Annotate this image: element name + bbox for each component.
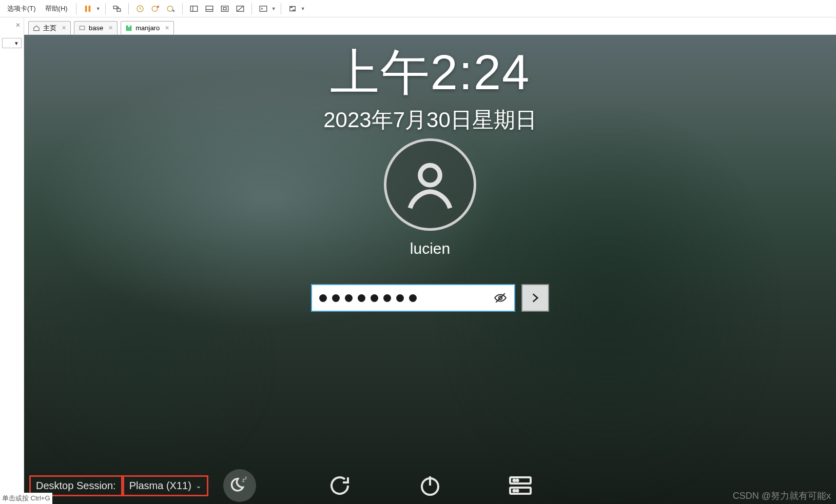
vm-icon — [79, 25, 86, 32]
svg-point-21 — [420, 165, 440, 185]
separator — [281, 3, 281, 14]
username-label: lucien — [410, 240, 450, 257]
tab-close-icon[interactable]: ✕ — [108, 25, 113, 31]
sidebar-panel: ✕ ▼ — [0, 17, 24, 504]
tab-close-icon[interactable]: ✕ — [165, 25, 169, 31]
svg-point-33 — [516, 490, 518, 491]
manjaro-icon — [125, 25, 132, 32]
svg-rect-12 — [223, 7, 226, 10]
svg-point-5 — [152, 6, 158, 11]
password-dot — [332, 294, 340, 302]
tab-label: manjaro — [135, 24, 160, 32]
fullscreen-icon[interactable] — [219, 3, 231, 15]
layout-bottombar-icon[interactable] — [203, 3, 216, 15]
separator — [76, 3, 76, 14]
clock-upload-icon[interactable] — [149, 3, 162, 15]
password-input[interactable] — [311, 284, 515, 312]
tab-home[interactable]: 主页 ✕ — [28, 21, 71, 34]
pause-button[interactable] — [82, 3, 94, 15]
password-dot — [396, 294, 404, 302]
expand-icon[interactable] — [286, 3, 299, 15]
svg-rect-7 — [190, 6, 198, 11]
separator — [105, 3, 106, 14]
svg-rect-11 — [221, 6, 228, 11]
expand-dropdown[interactable]: ▼ — [301, 6, 306, 11]
session-dropdown[interactable]: Plasma (X11) ⌄ — [123, 475, 208, 496]
power-controls — [325, 471, 535, 500]
svg-rect-17 — [80, 26, 84, 29]
tab-manjaro[interactable]: manjaro ✕ — [121, 21, 174, 34]
pause-dropdown[interactable]: ▼ — [96, 6, 101, 11]
svg-rect-19 — [128, 27, 130, 31]
svg-rect-20 — [130, 25, 132, 31]
console-icon[interactable] — [257, 3, 269, 15]
console-dropdown[interactable]: ▼ — [271, 6, 277, 11]
password-dot — [319, 294, 327, 302]
svg-rect-2 — [113, 6, 117, 8]
svg-point-31 — [516, 479, 518, 481]
svg-point-32 — [513, 490, 515, 491]
session-value: Plasma (X11) — [129, 480, 191, 492]
status-bar: 单击或按 Ctrl+G — [0, 493, 52, 504]
tab-base[interactable]: base ✕ — [74, 21, 118, 34]
clock-icon[interactable] — [134, 3, 146, 15]
shutdown-button[interactable] — [416, 471, 444, 500]
watermark-text: CSDN @努力就有可能x — [733, 490, 831, 502]
clock-time: 上午2:24 — [330, 40, 531, 107]
layout-sidebar-icon[interactable] — [188, 3, 200, 15]
password-dot — [345, 294, 353, 302]
svg-rect-9 — [206, 6, 213, 11]
clock-download-icon[interactable] — [165, 3, 177, 15]
home-icon — [33, 25, 40, 32]
tab-label: base — [89, 24, 103, 32]
svg-text:z: z — [245, 475, 247, 480]
clock-date: 2023年7月30日星期日 — [323, 106, 537, 134]
chevron-down-icon: ⌄ — [196, 481, 202, 490]
tab-close-icon[interactable]: ✕ — [62, 25, 66, 31]
other-options-button[interactable] — [506, 471, 535, 500]
svg-point-6 — [167, 6, 173, 11]
svg-rect-15 — [260, 6, 267, 11]
separator — [251, 3, 252, 14]
svg-point-30 — [513, 479, 515, 481]
menu-help[interactable]: 帮助(H) — [41, 2, 72, 15]
svg-rect-3 — [117, 9, 121, 11]
svg-rect-0 — [85, 6, 87, 12]
sleep-button[interactable]: z z — [223, 469, 256, 502]
login-submit-button[interactable] — [521, 284, 549, 312]
sidebar-close-icon[interactable]: ✕ — [15, 22, 21, 29]
login-panel: 上午2:24 2023年7月30日星期日 lucien — [24, 40, 836, 312]
vm-display[interactable]: 上午2:24 2023年7月30日星期日 lucien — [24, 35, 836, 504]
separator — [128, 3, 129, 14]
password-dot — [371, 294, 378, 302]
sidebar-dropdown[interactable]: ▼ — [2, 38, 22, 48]
svg-rect-18 — [126, 25, 128, 31]
svg-line-14 — [237, 6, 243, 11]
tab-bar: 主页 ✕ base ✕ manjaro ✕ — [24, 17, 836, 35]
tab-label: 主页 — [43, 24, 56, 33]
user-avatar[interactable] — [384, 138, 476, 231]
session-label: Desktop Session: — [36, 480, 116, 492]
password-row — [311, 284, 549, 312]
app-menubar: 选项卡(T) 帮助(H) ▼ ▼ ▼ — [0, 0, 836, 17]
separator — [182, 3, 183, 14]
password-dot — [383, 294, 391, 302]
restart-button[interactable] — [325, 471, 354, 500]
password-dot — [358, 294, 365, 302]
fit-disabled-icon[interactable] — [234, 3, 246, 15]
menu-tabs[interactable]: 选项卡(T) — [3, 2, 40, 15]
session-selector-group: Desktop Session: Plasma (X11) ⌄ — [29, 474, 208, 497]
visibility-toggle-icon[interactable] — [494, 291, 507, 305]
password-dots — [319, 294, 489, 302]
password-dot — [409, 294, 417, 302]
snapshot-icon[interactable] — [111, 3, 123, 15]
svg-rect-1 — [88, 6, 90, 12]
